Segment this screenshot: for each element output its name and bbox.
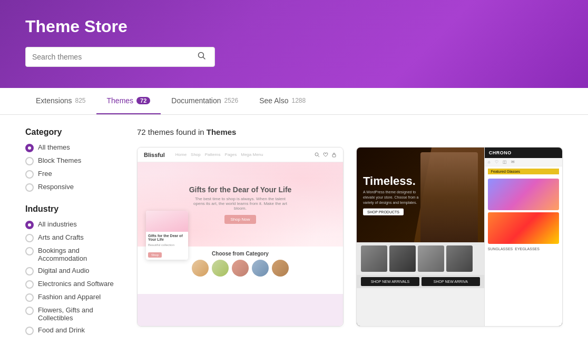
- blissful-category-circles: [192, 260, 289, 277]
- filter-all-themes-label: All themes: [38, 143, 70, 151]
- filter-electronics-label: Electronics and Software: [38, 280, 114, 288]
- chrono-sunglasses-section: [485, 176, 562, 246]
- radio-free: [25, 170, 34, 179]
- industry-section-title: Industry: [25, 204, 120, 214]
- blissful-navbar: Blissful Home Shop Patterns Pages Mega M…: [138, 147, 343, 162]
- filter-block-themes-label: Block Themes: [38, 156, 81, 164]
- results-count-text: 72 themes found in Themes: [137, 127, 563, 136]
- watch-1: [361, 245, 387, 272]
- search-bar: [25, 47, 215, 67]
- radio-block-themes: [25, 157, 34, 165]
- svg-line-3: [318, 155, 320, 157]
- filter-food-drink[interactable]: Food and Drink: [25, 326, 120, 335]
- search-icon: [198, 52, 206, 60]
- sunglasses-2: [488, 212, 559, 244]
- results-section: 72 themes found in Themes Blissful Home …: [137, 127, 563, 364]
- main-content: Category All themes Block Themes Free Re…: [0, 115, 588, 364]
- chrono-main: Timeless. A WordPress theme designed to …: [357, 147, 484, 326]
- tab-themes-label: Themes: [107, 96, 134, 105]
- filter-responsive-label: Responsive: [38, 183, 74, 191]
- tab-extensions[interactable]: Extensions 825: [25, 88, 96, 114]
- sidebar: Category All themes Block Themes Free Re…: [25, 127, 120, 364]
- tab-see-also[interactable]: See Also 1288: [249, 88, 316, 114]
- filter-flowers[interactable]: Flowers, Gifts and Collectibles: [25, 306, 120, 322]
- blissful-mini-card: Gifts for the Dear of Your Life Beautifu…: [146, 211, 188, 260]
- radio-responsive: [25, 183, 34, 192]
- page-title: Theme Store: [25, 17, 563, 36]
- sunglasses-1: [488, 179, 559, 210]
- filter-all-themes[interactable]: All themes: [25, 143, 120, 152]
- filter-bookings[interactable]: Bookings and Accommodation: [25, 247, 120, 262]
- chrono-watches-row: [357, 242, 484, 275]
- chrono-side-header: CHRONO: [485, 147, 562, 158]
- svg-line-1: [203, 57, 205, 60]
- tab-extensions-count: 825: [75, 97, 85, 104]
- filter-flowers-label: Flowers, Gifts and Collectibles: [38, 306, 120, 322]
- chrono-side-panel: CHRONO ⌂ ♡ ◫ ✉ Featured Glasses: [484, 147, 562, 326]
- radio-electronics: [25, 280, 34, 289]
- theme-card-blissful[interactable]: Blissful Home Shop Patterns Pages Mega M…: [137, 147, 344, 327]
- tab-documentation[interactable]: Documentation 2526: [161, 88, 249, 114]
- tab-documentation-count: 2526: [224, 97, 239, 104]
- filter-arts-crafts[interactable]: Arts and Crafts: [25, 233, 120, 242]
- heart-icon-small: [323, 152, 328, 158]
- tab-themes[interactable]: Themes 72: [96, 88, 161, 114]
- filter-arts-crafts-label: Arts and Crafts: [38, 233, 84, 241]
- category-filter-group: All themes Block Themes Free Responsive: [25, 143, 120, 192]
- filter-digital-audio[interactable]: Digital and Audio: [25, 267, 120, 276]
- theme-preview-blissful: Blissful Home Shop Patterns Pages Mega M…: [138, 147, 343, 326]
- filter-food-drink-label: Food and Drink: [38, 326, 85, 334]
- tab-themes-badge: 72: [136, 97, 150, 104]
- nav-tabs: Extensions 825 Themes 72 Documentation 2…: [0, 88, 588, 115]
- theme-card-chrono[interactable]: Timeless. A WordPress theme designed to …: [356, 147, 563, 327]
- filter-all-industries-label: All industries: [38, 220, 77, 228]
- industry-filter-group: All industries Arts and Crafts Bookings …: [25, 220, 120, 335]
- tab-documentation-label: Documentation: [171, 96, 221, 105]
- category-section-title: Category: [25, 127, 120, 137]
- chrono-side-icons: ⌂ ♡ ◫ ✉: [485, 158, 562, 166]
- watch-4: [446, 245, 473, 272]
- filter-free-label: Free: [38, 170, 52, 178]
- tab-see-also-count: 1288: [291, 97, 306, 104]
- chrono-hero-text: Timeless. A WordPress theme designed to …: [363, 175, 421, 215]
- chrono-man-silhouette: [420, 152, 478, 242]
- tab-extensions-label: Extensions: [36, 96, 72, 105]
- svg-rect-4: [332, 154, 336, 157]
- radio-digital-audio: [25, 267, 34, 276]
- chrono-cta-bar: SHOP NEW ARRIVALS SHOP NEW ARRIVA: [357, 275, 484, 288]
- themes-grid: Blissful Home Shop Patterns Pages Mega M…: [137, 147, 563, 327]
- tab-see-also-label: See Also: [259, 96, 288, 105]
- radio-fashion: [25, 293, 34, 302]
- cart-icon-small: [331, 152, 337, 158]
- radio-all-industries: [25, 221, 34, 229]
- chrono-hero: Timeless. A WordPress theme designed to …: [357, 147, 484, 242]
- search-input[interactable]: [32, 53, 195, 61]
- watch-2: [389, 245, 416, 272]
- watch-3: [418, 245, 444, 272]
- filter-free[interactable]: Free: [25, 170, 120, 179]
- filter-bookings-label: Bookings and Accommodation: [38, 247, 120, 262]
- search-icon-small: [315, 152, 320, 158]
- radio-flowers: [25, 307, 34, 315]
- filter-responsive[interactable]: Responsive: [25, 183, 120, 192]
- radio-bookings: [25, 247, 34, 255]
- svg-point-2: [315, 153, 318, 156]
- page-header: Theme Store: [0, 0, 588, 88]
- filter-digital-audio-label: Digital and Audio: [38, 267, 90, 274]
- theme-info-blissful: Blissful by ThemeGrill: [138, 326, 343, 327]
- theme-info-chrono: Chrono by Organic Themes: [357, 326, 562, 327]
- filter-electronics[interactable]: Electronics and Software: [25, 280, 120, 289]
- search-button[interactable]: [195, 52, 208, 62]
- filter-fashion[interactable]: Fashion and Apparel: [25, 293, 120, 302]
- filter-all-industries[interactable]: All industries: [25, 220, 120, 229]
- filter-block-themes[interactable]: Block Themes: [25, 156, 120, 165]
- radio-arts-crafts: [25, 234, 34, 242]
- radio-all-themes: [25, 144, 34, 152]
- radio-food-drink: [25, 327, 34, 335]
- filter-fashion-label: Fashion and Apparel: [38, 293, 101, 301]
- theme-preview-chrono: Timeless. A WordPress theme designed to …: [357, 147, 562, 326]
